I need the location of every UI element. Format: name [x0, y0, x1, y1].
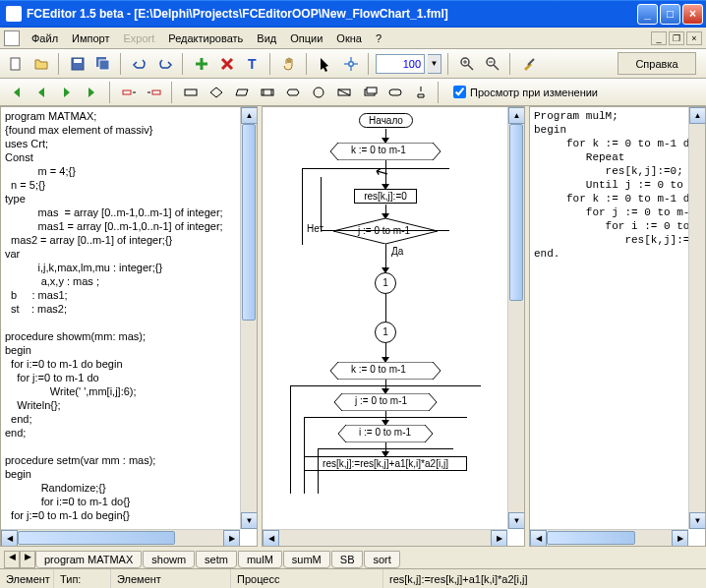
- delete-button[interactable]: [215, 52, 238, 75]
- new-button[interactable]: [4, 52, 27, 75]
- left-code[interactable]: program MATMAX; {found max element of ma…: [1, 107, 257, 546]
- menu-view[interactable]: Вид: [251, 30, 282, 46]
- tab-program[interactable]: program MATMAX: [35, 551, 142, 568]
- preview-checkbox-label: Просмотр при изменении: [470, 87, 598, 98]
- scroll-up-button[interactable]: ▲: [508, 107, 525, 124]
- scroll-thumb[interactable]: [509, 124, 523, 301]
- save-button[interactable]: [66, 52, 88, 75]
- block-process-button[interactable]: [179, 81, 202, 103]
- mdi-close-button[interactable]: ×: [686, 31, 702, 45]
- block-loop-button[interactable]: [281, 81, 304, 103]
- separator: [109, 82, 111, 103]
- menu-windows[interactable]: Окна: [330, 30, 368, 46]
- minimize-button[interactable]: _: [637, 4, 658, 25]
- center-scrollbar-v[interactable]: ▲ ▼: [507, 107, 524, 529]
- document-icon: [4, 30, 20, 46]
- scroll-right-button[interactable]: ▶: [491, 530, 507, 547]
- help-button[interactable]: Справка: [618, 52, 696, 75]
- nav-prev-button[interactable]: [29, 81, 52, 103]
- nav-last-button[interactable]: [81, 81, 103, 103]
- mdi-restore-button[interactable]: ❐: [669, 31, 684, 45]
- pointer-button[interactable]: [314, 52, 336, 75]
- insert-after-button[interactable]: [143, 81, 165, 103]
- tab-sb[interactable]: SB: [331, 551, 364, 568]
- block-page-button[interactable]: [409, 81, 432, 103]
- fc-kloop[interactable]: k := 0 to m-1: [351, 145, 406, 155]
- nav-first-button[interactable]: [4, 81, 27, 103]
- zoom-in-button[interactable]: [455, 52, 478, 75]
- titlebar: FCEditor 1.5 beta - [E:\Delphi\Projects\…: [0, 0, 706, 28]
- fc-conn1[interactable]: 1: [375, 272, 396, 294]
- menu-export[interactable]: Export: [118, 30, 161, 46]
- scroll-thumb[interactable]: [547, 531, 635, 545]
- add-button[interactable]: [190, 52, 212, 75]
- zoom-input[interactable]: [376, 54, 425, 74]
- preview-checkbox[interactable]: [453, 86, 466, 98]
- scroll-left-button[interactable]: ◀: [530, 530, 547, 547]
- block-terminal-button[interactable]: [383, 81, 406, 103]
- fc-kloop2[interactable]: k := 0 to m-1: [351, 364, 406, 375]
- preview-checkbox-wrap[interactable]: Просмотр при изменении: [453, 86, 598, 98]
- menu-edit[interactable]: Редактировать: [162, 30, 249, 46]
- block-connector-button[interactable]: [307, 81, 329, 103]
- block-decision-button[interactable]: [205, 81, 227, 103]
- zoom-dropdown[interactable]: ▼: [428, 54, 441, 74]
- block-subroutine-button[interactable]: [256, 81, 278, 103]
- right-scrollbar-v[interactable]: ▲ ▼: [688, 107, 705, 529]
- status-expr: res[k,j]:=res[k,j]+a1[k,i]*a2[i,j]: [383, 569, 706, 588]
- tab-sort[interactable]: sort: [364, 551, 399, 568]
- fc-start[interactable]: Начало: [359, 113, 413, 128]
- scroll-thumb[interactable]: [242, 124, 256, 321]
- flowchart-canvas[interactable]: Начало k := 0 to m-1 ↖ res[k,j]:=0 j := …: [263, 107, 524, 546]
- scroll-down-button[interactable]: ▼: [241, 512, 258, 529]
- insert-before-button[interactable]: [117, 81, 140, 103]
- right-code[interactable]: Program mulM; begin for k := 0 to m-1 do…: [530, 107, 705, 546]
- redo-button[interactable]: [153, 52, 176, 75]
- menu-import[interactable]: Импорт: [66, 30, 115, 46]
- tab-mulm[interactable]: mulM: [238, 551, 282, 568]
- text-button[interactable]: T: [241, 52, 264, 75]
- left-scrollbar-h[interactable]: ◀ ▶: [1, 529, 240, 546]
- maximize-button[interactable]: □: [660, 4, 680, 25]
- scroll-thumb[interactable]: [18, 531, 175, 545]
- separator: [120, 53, 122, 75]
- scroll-up-button[interactable]: ▲: [689, 107, 706, 124]
- mdi-minimize-button[interactable]: _: [651, 31, 667, 45]
- tab-scroll-right[interactable]: ▶: [20, 551, 35, 568]
- scroll-up-button[interactable]: ▲: [241, 107, 258, 124]
- separator: [438, 82, 440, 103]
- block-io-button[interactable]: [230, 81, 253, 103]
- left-scrollbar-v[interactable]: ▲ ▼: [240, 107, 257, 529]
- tab-showm[interactable]: showm: [143, 551, 195, 568]
- svg-rect-16: [367, 88, 377, 93]
- undo-button[interactable]: [128, 52, 150, 75]
- menu-options[interactable]: Опции: [284, 30, 328, 46]
- close-button[interactable]: ×: [682, 4, 703, 25]
- scroll-right-button[interactable]: ▶: [672, 530, 688, 547]
- nav-play-button[interactable]: [55, 81, 78, 103]
- center-scrollbar-h[interactable]: ◀ ▶: [263, 529, 507, 546]
- tools-button[interactable]: [517, 52, 540, 75]
- open-button[interactable]: [29, 52, 52, 75]
- status-element2: Элемент: [111, 569, 231, 588]
- tab-summ[interactable]: sumM: [283, 551, 330, 568]
- scroll-down-button[interactable]: ▼: [508, 512, 525, 529]
- scroll-down-button[interactable]: ▼: [689, 512, 706, 529]
- menu-help[interactable]: ?: [370, 30, 387, 46]
- scroll-right-button[interactable]: ▶: [223, 530, 240, 547]
- scroll-left-button[interactable]: ◀: [263, 530, 279, 547]
- block-data-button[interactable]: [332, 81, 355, 103]
- fc-conn2[interactable]: 1: [375, 322, 396, 343]
- scroll-left-button[interactable]: ◀: [1, 530, 18, 547]
- flowchart-pane[interactable]: Начало k := 0 to m-1 ↖ res[k,j]:=0 j := …: [262, 106, 525, 547]
- app-icon: [6, 6, 22, 22]
- zoom-out-button[interactable]: [481, 52, 503, 75]
- tab-scroll-left[interactable]: ◀: [4, 551, 20, 568]
- block-comment-button[interactable]: [358, 81, 381, 103]
- tab-setm[interactable]: setm: [196, 551, 237, 568]
- hand-button[interactable]: [277, 52, 300, 75]
- save-all-button[interactable]: [91, 52, 114, 75]
- right-scrollbar-h[interactable]: ◀ ▶: [530, 529, 688, 546]
- crosshair-button[interactable]: [339, 52, 362, 75]
- menu-file[interactable]: Файл: [26, 30, 64, 46]
